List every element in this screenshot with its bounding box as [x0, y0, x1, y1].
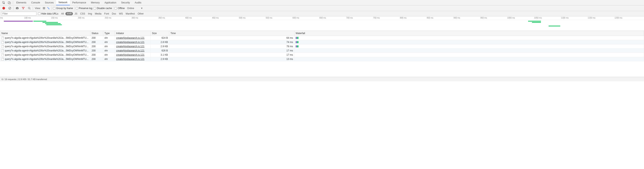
large-rows-icon[interactable] [42, 6, 46, 10]
clear-icon[interactable] [7, 6, 12, 11]
initiator-link[interactable]: createAlgoliasearch.js:121 [116, 45, 144, 48]
request-size: 2.8 KB [151, 40, 169, 44]
column-header-name[interactable]: Name [0, 31, 90, 36]
request-type: xhr [103, 53, 115, 57]
request-time: 74 ms [169, 40, 294, 44]
table-row[interactable]: query?x-algolia-agent=Algolia%20for%20va… [0, 48, 644, 53]
tab-performance[interactable]: Performance [70, 0, 88, 5]
initiator-link[interactable]: createAlgoliasearch.js:121 [116, 37, 144, 39]
filter-type-font[interactable]: Font [103, 12, 110, 15]
request-name: query?x-algolia-agent=Algolia%20for%20va… [5, 58, 88, 61]
request-name: query?x-algolia-agent=Algolia%20for%20va… [5, 49, 88, 52]
request-time: 17 ms [169, 48, 294, 53]
request-name: query?x-algolia-agent=Algolia%20for%20va… [5, 37, 88, 39]
separator [52, 7, 52, 10]
request-type: xhr [103, 44, 115, 48]
tab-console[interactable]: Console [29, 0, 42, 5]
timeline-tick: 1050 ms [537, 16, 564, 20]
filter-type-ws[interactable]: WS [118, 12, 124, 15]
filter-type-manifest[interactable]: Manifest [124, 12, 136, 15]
preserve-log-checkbox[interactable]: Preserve log [76, 7, 92, 10]
waterfall-cell [294, 36, 644, 40]
timeline-tick: 400 ms [188, 16, 214, 20]
timeline-tick: 300 ms [134, 16, 161, 20]
initiator-link[interactable]: createAlgoliasearch.js:121 [116, 41, 144, 44]
table-row[interactable]: query?x-algolia-agent=Algolia%20for%20va… [0, 36, 644, 40]
table-row[interactable]: query?x-algolia-agent=Algolia%20for%20va… [0, 57, 644, 61]
request-type: xhr [103, 36, 115, 40]
initiator-link[interactable]: createAlgoliasearch.js:121 [116, 49, 144, 52]
filter-type-xhr[interactable]: XHR [66, 12, 73, 15]
inspect-icon[interactable] [1, 0, 6, 5]
timeline-tick: 50 ms [0, 16, 27, 20]
column-header-size[interactable]: Size [151, 31, 169, 36]
column-header-status[interactable]: Status [90, 31, 103, 36]
tab-memory[interactable]: Memory [88, 0, 102, 5]
throttling-dropdown[interactable]: Online [127, 7, 134, 10]
column-header-initiator[interactable]: Initiator [115, 31, 151, 36]
timeline-overview[interactable]: 50 ms100 ms150 ms200 ms250 ms300 ms350 m… [0, 16, 644, 31]
svg-rect-13 [47, 7, 48, 8]
request-type: xhr [103, 48, 115, 53]
filter-type-other[interactable]: Other [136, 12, 145, 15]
timeline-tick: 700 ms [349, 16, 376, 20]
filter-type-doc[interactable]: Doc [111, 12, 117, 15]
device-toggle-icon[interactable] [6, 0, 12, 5]
timeline-tick: 1000 ms [510, 16, 536, 20]
timeline-tick: 100 ms [27, 16, 54, 20]
group-by-frame-checkbox[interactable]: Group by frame [53, 7, 73, 10]
initiator-link[interactable]: createAlgoliasearch.js:121 [116, 53, 144, 56]
request-status: 200 [90, 36, 103, 40]
timeline-tick: 1100 ms [564, 16, 590, 20]
column-header-waterfall[interactable]: Waterfall [294, 31, 644, 36]
filter-type-all[interactable]: All [60, 12, 65, 15]
request-status: 200 [90, 44, 103, 48]
dropdown-chevron-icon[interactable]: ▼ [140, 7, 143, 10]
svg-line-9 [30, 9, 30, 9]
request-size: 2.9 KB [151, 44, 169, 48]
filter-type-img[interactable]: Img [87, 12, 93, 15]
filter-input[interactable] [1, 12, 36, 16]
timeline-tick: 200 ms [80, 16, 107, 20]
column-header-type[interactable]: Type [103, 31, 115, 36]
svg-point-7 [17, 8, 18, 9]
table-row[interactable]: query?x-algolia-agent=Algolia%20for%20va… [0, 53, 644, 57]
separator [33, 7, 33, 10]
disable-cache-checkbox[interactable]: Disable cache [94, 7, 112, 10]
tab-audits[interactable]: Audits [132, 0, 144, 5]
svg-line-4 [9, 8, 10, 9]
waterfall-cell [294, 44, 644, 48]
tab-security[interactable]: Security [119, 0, 132, 5]
filter-icon[interactable] [21, 6, 26, 11]
devtools-tab-bar: ElementsConsoleSourcesNetworkPerformance… [0, 0, 644, 6]
tab-application[interactable]: Application [102, 0, 119, 5]
record-button[interactable] [1, 6, 6, 11]
file-icon [2, 49, 4, 52]
hide-data-urls-label: Hide data URLs [41, 12, 58, 15]
offline-checkbox[interactable]: Offline [114, 7, 124, 10]
table-row[interactable]: query?x-algolia-agent=Algolia%20for%20va… [0, 40, 644, 44]
separator [13, 7, 14, 10]
hide-data-urls-checkbox[interactable]: Hide data URLs [38, 12, 58, 15]
initiator-link[interactable]: createAlgoliasearch.js:121 [116, 58, 144, 61]
group-by-frame-label: Group by frame [56, 7, 73, 10]
request-size: 624 B [151, 36, 169, 40]
timeline-tick: 150 ms [54, 16, 80, 20]
table-row[interactable]: query?x-algolia-agent=Algolia%20for%20va… [0, 44, 644, 48]
svg-point-8 [28, 7, 30, 9]
timeline-tick: 950 ms [483, 16, 510, 20]
tab-sources[interactable]: Sources [42, 0, 56, 5]
tab-elements[interactable]: Elements [14, 0, 29, 5]
search-icon[interactable] [27, 6, 32, 11]
tab-network[interactable]: Network [56, 0, 70, 5]
timeline-tick: 250 ms [107, 16, 134, 20]
svg-rect-10 [43, 7, 45, 8]
status-bar: 6 / 16 requests | 12.8 KB / 31.7 KB tran… [0, 77, 644, 81]
column-header-time[interactable]: Time [169, 31, 294, 36]
capture-screenshot-icon[interactable] [15, 6, 20, 11]
filter-type-media[interactable]: Media [94, 12, 103, 15]
waterfall-cell [294, 57, 644, 61]
waterfall-view-icon[interactable] [46, 6, 50, 10]
filter-type-js[interactable]: JS [73, 12, 78, 15]
filter-type-css[interactable]: CSS [79, 12, 86, 15]
